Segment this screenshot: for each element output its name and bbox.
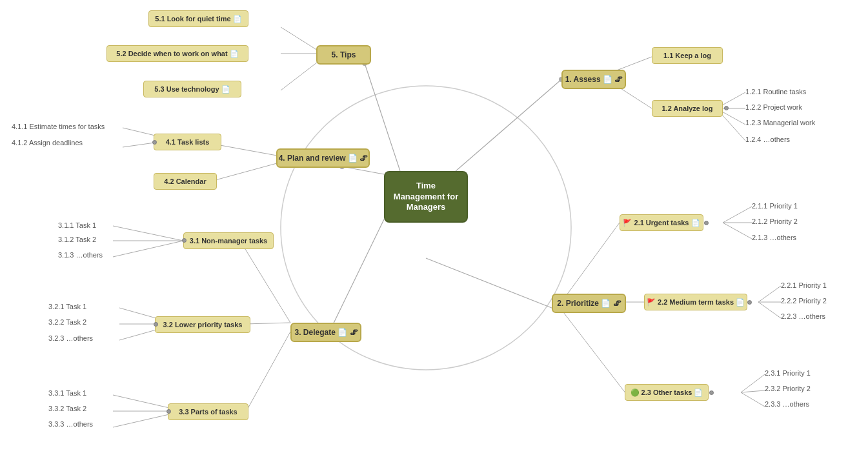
node-2-1-2: 2.1.2 Priority 2 [752, 217, 798, 225]
assess-label: 1. Assess 📄 🖇 [565, 75, 623, 84]
svg-line-23 [741, 392, 765, 407]
node-2-1-1: 2.1.1 Priority 1 [752, 202, 798, 210]
delegate-label: 3. Delegate 📄 🖇 [294, 328, 357, 337]
node-plan-review[interactable]: 4. Plan and review 📄 🖇 [276, 148, 370, 168]
lower-priority-label: 3.2 Lower priority tasks [163, 321, 243, 329]
node-3-3-3: 3.3.3 …others [48, 420, 93, 428]
other-tasks-connector [709, 390, 714, 395]
node-1-2-3: 1.2.3 Managerial work [745, 119, 815, 126]
node-3-1-1: 3.1.1 Task 1 [58, 221, 96, 229]
node-prioritize[interactable]: 2. Prioritize 📄 🖇 [552, 294, 626, 313]
node-task-lists[interactable]: 4.1 Task lists [154, 134, 221, 150]
node-1-2-4: 1.2.4 …others [745, 136, 790, 143]
node-tips[interactable]: 5. Tips [316, 45, 371, 65]
svg-line-24 [245, 249, 290, 323]
svg-line-15 [723, 207, 752, 223]
svg-line-18 [758, 286, 781, 302]
node-other-tasks[interactable]: 🟢 2.3 Other tasks 📄 [625, 384, 709, 401]
node-urgent-tasks[interactable]: 🚩 2.1 Urgent tasks 📄 [620, 214, 703, 231]
svg-line-5 [365, 63, 400, 171]
node-2-3-1: 2.3.1 Priority 1 [765, 369, 811, 377]
node-assess[interactable]: 1. Assess 📄 🖇 [561, 70, 626, 89]
keep-log-label: 1.1 Keep a log [663, 52, 711, 59]
node-1-2-1: 1.2.1 Routine tasks [745, 88, 806, 96]
node-3-3-1: 3.3.1 Task 1 [48, 389, 86, 397]
technology-label: 5.3 Use technology 📄 [154, 85, 230, 94]
svg-line-25 [245, 323, 290, 324]
svg-line-27 [113, 226, 183, 241]
lower-priority-connector [154, 322, 158, 327]
node-delegate[interactable]: 3. Delegate 📄 🖇 [290, 323, 361, 342]
svg-line-2 [426, 258, 561, 312]
prioritize-label: 2. Prioritize 📄 🖇 [557, 299, 620, 308]
svg-line-12 [561, 223, 620, 302]
svg-line-3 [329, 219, 384, 332]
node-1-2-2: 1.2.2 Project work [745, 103, 802, 111]
node-3-3-2: 3.3.2 Task 2 [48, 405, 86, 412]
node-decide-when[interactable]: 5.2 Decide when to work on what 📄 [106, 45, 248, 62]
plan-review-label: 4. Plan and review 📄 🖇 [279, 154, 368, 163]
node-3-2-2: 3.2.2 Task 2 [48, 318, 86, 326]
node-parts-of-tasks[interactable]: 3.3 Parts of tasks [168, 403, 248, 420]
node-4-1-2: 4.1.2 Assign deadlines [12, 139, 83, 147]
quiet-time-label: 5.1 Look for quiet time 📄 [155, 15, 241, 23]
urgent-tasks-label: 🚩 2.1 Urgent tasks 📄 [623, 219, 700, 227]
center-label: Time Management for Managers [394, 181, 458, 214]
task-lists-label: 4.1 Task lists [166, 138, 210, 146]
task-lists-connector [152, 140, 157, 145]
svg-line-14 [561, 310, 626, 394]
node-2-2-3: 2.2.3 …others [781, 312, 825, 320]
analyze-log-label: 1.2 Analyze log [661, 105, 712, 112]
svg-line-21 [741, 374, 765, 392]
node-keep-log[interactable]: 1.1 Keep a log [652, 47, 723, 64]
node-technology[interactable]: 5.3 Use technology 📄 [143, 81, 241, 97]
parts-of-tasks-label: 3.3 Parts of tasks [179, 408, 237, 416]
node-3-2-1: 3.2.1 Task 1 [48, 303, 86, 310]
calendar-label: 4.2 Calendar [164, 177, 206, 185]
non-manager-label: 3.1 Non-manager tasks [190, 237, 267, 245]
svg-line-22 [741, 390, 765, 392]
center-node[interactable]: Time Management for Managers [384, 171, 468, 223]
node-analyze-log[interactable]: 1.2 Analyze log [652, 100, 723, 117]
medium-term-label: 🚩 2.2 Medium term tasks 📄 [647, 298, 745, 307]
svg-line-20 [758, 302, 781, 318]
node-2-3-2: 2.3.2 Priority 2 [765, 385, 811, 392]
parts-of-tasks-connector [167, 409, 171, 414]
svg-line-36 [213, 144, 284, 157]
node-calendar[interactable]: 4.2 Calendar [154, 173, 217, 190]
node-4-1-1: 4.1.1 Estimate times for tasks [12, 123, 105, 130]
svg-line-37 [213, 161, 284, 181]
node-2-3-3: 2.3.3 …others [765, 400, 809, 408]
analyze-log-connector [724, 106, 729, 110]
svg-line-26 [245, 332, 290, 413]
node-lower-priority[interactable]: 3.2 Lower priority tasks [155, 316, 250, 333]
other-tasks-label: 🟢 2.3 Other tasks 📄 [631, 389, 703, 397]
node-2-2-2: 2.2.2 Priority 2 [781, 297, 827, 305]
tips-label: 5. Tips [332, 50, 356, 59]
node-medium-term[interactable]: 🚩 2.2 Medium term tasks 📄 [644, 294, 747, 310]
medium-term-connector [747, 300, 752, 305]
node-3-1-2: 3.1.2 Task 2 [58, 236, 96, 243]
non-manager-connector [182, 238, 187, 243]
node-2-1-3: 2.1.3 …others [752, 234, 796, 241]
decide-when-label: 5.2 Decide when to work on what 📄 [116, 50, 238, 58]
node-non-manager[interactable]: 3.1 Non-manager tasks [183, 232, 274, 249]
svg-line-17 [723, 223, 752, 239]
node-3-2-3: 3.2.3 …others [48, 334, 93, 342]
svg-line-29 [113, 241, 183, 257]
urgent-tasks-connector [704, 221, 709, 225]
node-2-2-1: 2.2.1 Priority 1 [781, 281, 827, 289]
node-3-1-3: 3.1.3 …others [58, 251, 103, 259]
node-quiet-time[interactable]: 5.1 Look for quiet time 📄 [148, 10, 248, 27]
